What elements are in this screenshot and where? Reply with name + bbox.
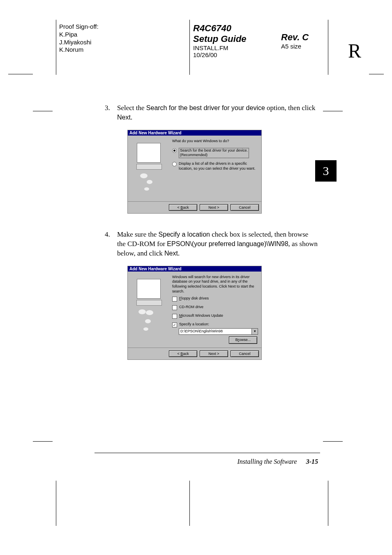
window-titlebar: Add New Hardware Wizard <box>128 266 261 272</box>
checkbox-icon <box>172 305 177 310</box>
radio-label: Display a list of all the drivers in a s… <box>179 161 258 171</box>
crop-mark <box>323 441 343 442</box>
main-content: 3. Select the Search for the best driver… <box>105 104 318 376</box>
step-4: 4. Make sure the Specify a location chec… <box>105 230 318 258</box>
step-3: 3. Select the Search for the best driver… <box>105 104 318 122</box>
proof-signoff: Proof Sign-off: K.Pipa J.Miyakoshi K.Nor… <box>59 23 99 54</box>
location-combobox[interactable]: D:\EPSON\English\Win98 ▾ <box>179 328 258 335</box>
cloud-icon <box>138 309 146 314</box>
back-button[interactable]: < Back <box>169 350 197 357</box>
cloud-icon <box>143 327 148 331</box>
divider <box>328 20 328 75</box>
wizard-graphic <box>128 136 169 201</box>
checkbox-label: CD-ROM drive <box>179 305 203 310</box>
doc-title-block: R4C6740 Setup Guide INSTALL.FM 10/26/00 <box>193 23 247 58</box>
radio-option-list[interactable]: Display a list of all the drivers in a s… <box>172 161 258 171</box>
doc-size: A5 size <box>281 43 309 50</box>
step-text: Make sure the Specify a location check b… <box>117 230 318 258</box>
page-side-mark: R <box>348 39 361 62</box>
proof-name: K.Pipa <box>59 31 99 39</box>
page-header: Proof Sign-off: K.Pipa J.Miyakoshi K.Nor… <box>0 20 392 81</box>
proof-name: K.Norum <box>59 46 99 54</box>
checkbox-label: Specify a location: <box>179 322 209 327</box>
checkbox-icon: ✓ <box>172 322 177 327</box>
checkbox-windows-update[interactable]: Microsoft Windows Update <box>172 313 258 319</box>
radio-icon <box>172 148 177 153</box>
computer-icon <box>137 143 161 163</box>
radio-icon <box>172 162 177 166</box>
cloud-icon <box>146 310 153 315</box>
radio-label: Search for the best driver for your devi… <box>179 148 249 158</box>
crop-mark <box>33 441 53 442</box>
next-button[interactable]: Next > <box>200 350 228 357</box>
footer-rule <box>95 453 320 453</box>
doc-date: 10/26/00 <box>193 51 247 58</box>
checkbox-icon <box>172 314 177 319</box>
checkbox-label: Microsoft Windows Update <box>179 313 223 318</box>
doc-rev: Rev. C <box>281 32 309 43</box>
divider <box>189 20 190 75</box>
checkbox-floppy[interactable]: Floppy disk drives <box>172 296 258 302</box>
cancel-button[interactable]: Cancel <box>231 350 259 357</box>
checkbox-label: Floppy disk drives <box>179 296 209 301</box>
cloud-icon <box>144 187 149 191</box>
divider <box>56 481 56 526</box>
location-field[interactable]: D:\EPSON\English\Win98 <box>179 328 252 335</box>
divider <box>56 20 56 75</box>
checkbox-specify-location[interactable]: ✓ Specify a location: <box>172 322 258 327</box>
radio-option-search[interactable]: Search for the best driver for your devi… <box>172 148 258 158</box>
back-button[interactable]: < Back <box>169 204 197 211</box>
cancel-button[interactable]: Cancel <box>231 204 259 211</box>
screenshot-add-hardware-2: Add New Hardware Wizard Windows will sea… <box>127 266 262 360</box>
cloud-icon <box>147 180 152 184</box>
wizard-graphic <box>128 272 169 348</box>
cloud-icon <box>145 319 151 323</box>
footer-page-number: 3-15 <box>306 458 318 465</box>
checkbox-icon <box>172 297 177 302</box>
page-footer: Installing the Software 3-15 <box>237 458 318 465</box>
browse-button[interactable]: Browse... <box>229 336 257 344</box>
cloud-icon <box>140 173 148 178</box>
divider <box>189 481 190 526</box>
step-number: 3. <box>105 104 117 122</box>
next-button[interactable]: Next > <box>200 204 228 211</box>
proof-label: Proof Sign-off: <box>59 23 99 31</box>
wizard-prompt: What do you want Windows to do? <box>172 139 258 144</box>
divider <box>328 481 328 526</box>
chevron-down-icon[interactable]: ▾ <box>252 328 258 335</box>
doc-file: INSTALL.FM <box>193 44 247 51</box>
step-number: 4. <box>105 230 117 258</box>
window-titlebar: Add New Hardware Wizard <box>128 130 261 136</box>
wizard-prompt: Windows will search for new drivers in i… <box>172 275 258 294</box>
revision-block: Rev. C A5 size <box>281 32 309 50</box>
doc-guide: Setup Guide <box>193 34 247 44</box>
checkbox-cdrom[interactable]: CD-ROM drive <box>172 305 258 310</box>
doc-code: R4C6740 <box>193 23 247 34</box>
computer-icon <box>137 279 161 299</box>
proof-name: J.Miyakoshi <box>59 39 99 46</box>
crop-mark <box>33 111 53 111</box>
crop-mark <box>323 111 343 111</box>
step-text: Select the Search for the best driver fo… <box>117 104 318 122</box>
screenshot-add-hardware-1: Add New Hardware Wizard What do you want… <box>127 130 262 214</box>
footer-section: Installing the Software <box>237 458 297 465</box>
